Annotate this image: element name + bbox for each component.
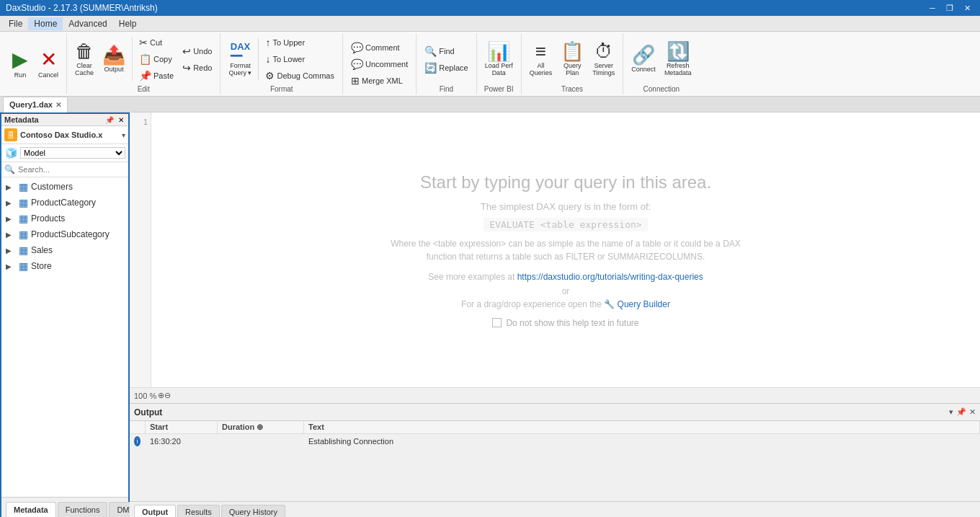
tree-item-customers[interactable]: ▶ ▦ Customers [1, 179, 128, 195]
help-checkbox[interactable] [492, 318, 502, 327]
output-cell-text-0: Establishing Connection [304, 435, 980, 448]
format-buttons: DAX━━ FormatQuery ▾ ↑ To Upper ↓ To Lowe… [225, 35, 338, 84]
all-queries-button[interactable]: ≡ AllQueries [526, 40, 556, 79]
bottom-tab-functions[interactable]: Functions [58, 502, 108, 517]
sidebar: Metadata 📌 ✕ 🗄 Contoso Dax Studio.x ▾ 🧊 … [0, 112, 130, 517]
dax-format-button[interactable]: DAX━━ FormatQuery ▾ [225, 40, 255, 79]
refresh-metadata-button[interactable]: 🔃 RefreshMetadata [661, 40, 695, 79]
tree-item-products[interactable]: ▶ ▦ Products [1, 211, 128, 226]
menu-help[interactable]: Help [113, 17, 143, 30]
edit-group-label: Edit [138, 84, 150, 93]
redo-button[interactable]: ↪ Redo [179, 60, 215, 76]
to-lower-button[interactable]: ↓ To Lower [262, 51, 337, 67]
cancel-icon: ✕ [40, 50, 57, 70]
output-header: Output ▾ 📌 ✕ [130, 404, 980, 421]
help-link-anchor[interactable]: https://daxstudio.org/tutorials/writing-… [517, 272, 703, 282]
search-icon: 🔍 [4, 164, 15, 174]
restore-button[interactable]: ❐ [943, 1, 957, 15]
to-upper-button[interactable]: ↑ To Upper [262, 35, 337, 50]
find-button[interactable]: 🔍 Find [421, 43, 471, 59]
tree-item-product-category[interactable]: ▶ ▦ ProductCategory [1, 195, 128, 211]
editor-main[interactable]: 1 Start by typing your query in this are… [130, 112, 980, 387]
model-select[interactable]: Model [20, 147, 125, 159]
redo-label: Redo [193, 63, 212, 72]
output-tab-results[interactable]: Results [177, 505, 220, 517]
db-dropdown-icon[interactable]: ▾ [122, 131, 125, 139]
output-tab-query-history[interactable]: Query History [221, 505, 285, 517]
edit-small-buttons: ✂ Cut 📋 Copy 📌 Paste [135, 35, 177, 84]
ribbon-group-comment: 💬 Comment 💬 Uncomment ⊞ Merge XML [343, 33, 416, 94]
output-close-button[interactable]: ✕ [969, 407, 976, 417]
merge-xml-button[interactable]: ⊞ Merge XML [347, 73, 411, 89]
output-pin-button[interactable]: 📌 [956, 407, 966, 417]
format-group-label: Format [270, 84, 293, 93]
search-input[interactable] [18, 165, 125, 174]
paste-button[interactable]: 📌 Paste [135, 68, 177, 84]
cancel-button[interactable]: ✕ Cancel [35, 48, 62, 81]
ribbon-group-powerbi: 📊 Load PerfData Power BI [477, 33, 522, 94]
table-icon-product-subcategory: ▦ [19, 229, 28, 240]
output-dropdown-button[interactable]: ▾ [949, 407, 953, 417]
to-lower-label: To Lower [272, 55, 305, 63]
tree-label-product-subcategory: ProductSubcategory [31, 229, 110, 239]
tree-item-store[interactable]: ▶ ▦ Store [1, 258, 128, 274]
copy-icon: 📋 [139, 53, 151, 65]
output-table-header: Start Duration ⊕ Text [130, 421, 980, 434]
sidebar-db-selector[interactable]: 🗄 Contoso Dax Studio.x ▾ [1, 126, 128, 144]
sidebar-tree: ▶ ▦ Customers ▶ ▦ ProductCategory ▶ ▦ Pr… [1, 177, 128, 497]
tree-label-store: Store [31, 261, 52, 271]
copy-button[interactable]: 📋 Copy [135, 51, 177, 67]
clear-cache-button[interactable]: 🗑 ClearCache [71, 40, 97, 79]
output-col-text-header: Text [304, 421, 980, 433]
paste-label: Paste [153, 71, 174, 80]
menu-advanced[interactable]: Advanced [63, 17, 112, 30]
connect-button[interactable]: 🔗 Connect [628, 43, 659, 75]
run-label: Run [14, 71, 27, 79]
output-panel: Output ▾ 📌 ✕ Start Duration ⊕ Text i [130, 403, 980, 517]
ribbon-group-edit: 🗑 ClearCache 📤 Output ✂ Cut 📋 Copy 📌 [67, 33, 220, 94]
bottom-tab-metadata[interactable]: Metadata [6, 502, 56, 517]
undo-button[interactable]: ↩ Undo [179, 43, 215, 59]
tab-query1-close[interactable]: ✕ [55, 101, 61, 109]
load-perf-data-button[interactable]: 📊 Load PerfData [481, 40, 517, 79]
editor-content[interactable]: Start by typing your query in this area.… [151, 112, 980, 387]
tree-item-sales[interactable]: ▶ ▦ Sales [1, 242, 128, 258]
sidebar-close-button[interactable]: ✕ [117, 116, 125, 124]
output-col-duration-header: Duration ⊕ [218, 421, 304, 433]
tab-query1[interactable]: Query1.dax ✕ [3, 97, 68, 112]
cut-icon: ✂ [139, 37, 148, 48]
tree-item-product-subcategory[interactable]: ▶ ▦ ProductSubcategory [1, 226, 128, 242]
query-plan-button[interactable]: 📋 QueryPlan [557, 40, 587, 79]
to-upper-icon: ↑ [265, 37, 270, 48]
redo-icon: ↪ [182, 62, 191, 74]
table-icon-store: ▦ [19, 260, 28, 272]
menu-file[interactable]: File [3, 17, 28, 30]
tree-label-products: Products [31, 213, 65, 224]
run-button[interactable]: ▶ Run [7, 48, 33, 81]
sidebar-pin-button[interactable]: 📌 [104, 116, 115, 124]
server-timings-button[interactable]: ⏱ ServerTimings [589, 40, 618, 79]
output-col-start-header: Start [146, 421, 218, 433]
close-button[interactable]: ✕ [960, 1, 974, 15]
comment-button[interactable]: 💬 Comment [347, 40, 411, 56]
tree-label-sales: Sales [31, 245, 53, 255]
table-icon-sales: ▦ [19, 244, 28, 256]
copy-label: Copy [153, 55, 172, 63]
menu-home[interactable]: Home [28, 17, 63, 30]
cut-button[interactable]: ✂ Cut [135, 35, 177, 50]
window-controls: ─ ❐ ✕ [925, 1, 974, 15]
output-cell-duration-0 [218, 439, 304, 443]
output-button[interactable]: 📤 Output [99, 43, 129, 75]
editor-status-bar: 100 % ⊕⊖ [130, 387, 980, 403]
output-tab-output[interactable]: Output [134, 505, 176, 517]
model-icon: 🧊 [4, 146, 17, 159]
uncomment-button[interactable]: 💬 Uncomment [347, 56, 411, 72]
sidebar-title: Metadata [4, 115, 39, 124]
debug-commas-button[interactable]: ⚙ Debug Commas [262, 68, 337, 84]
find-small-buttons: 🔍 Find 🔄 Replace [421, 43, 471, 76]
minimize-button[interactable]: ─ [925, 1, 940, 15]
db-name: Contoso Dax Studio.x [20, 131, 119, 139]
tree-label-product-category: ProductCategory [31, 198, 96, 208]
help-qb-link[interactable]: Query Builder [618, 299, 670, 309]
replace-button[interactable]: 🔄 Replace [421, 60, 471, 76]
